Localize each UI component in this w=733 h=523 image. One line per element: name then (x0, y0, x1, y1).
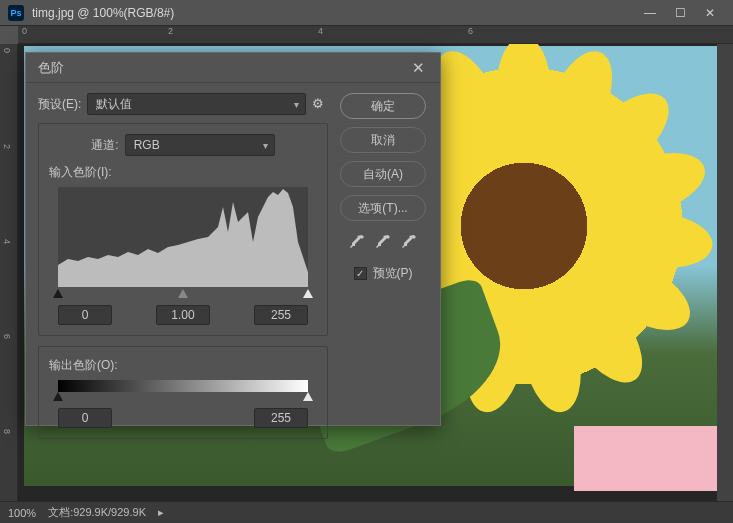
channel-label: 通道: (91, 137, 118, 154)
output-white-slider[interactable] (303, 392, 313, 401)
options-button[interactable]: 选项(T)... (340, 195, 426, 221)
zoom-level[interactable]: 100% (8, 507, 36, 519)
eyedropper-group (348, 233, 418, 251)
histogram (58, 187, 308, 287)
ok-button[interactable]: 确定 (340, 93, 426, 119)
preview-checkbox[interactable]: ✓ (354, 267, 367, 280)
auto-button[interactable]: 自动(A) (340, 161, 426, 187)
white-point-slider[interactable] (303, 289, 313, 298)
output-white-field[interactable]: 255 (254, 408, 308, 428)
preset-label: 预设(E): (38, 96, 81, 113)
mid-point-slider[interactable] (178, 289, 188, 298)
window-controls: — ☐ ✕ (635, 3, 725, 23)
minimize-button[interactable]: — (635, 3, 665, 23)
horizontal-ruler: 0 2 4 6 (18, 26, 733, 44)
svg-marker-0 (58, 189, 308, 287)
dialog-title: 色阶 (38, 59, 408, 77)
status-arrow-icon[interactable]: ▸ (158, 506, 164, 519)
document-title: timg.jpg @ 100%(RGB/8#) (32, 6, 635, 20)
vertical-ruler: 0 2 4 6 8 (0, 44, 18, 501)
input-black-field[interactable]: 0 (58, 305, 112, 325)
input-levels-label: 输入色阶(I): (49, 164, 317, 181)
output-levels-panel: 输出色阶(O): 0 255 (38, 346, 328, 439)
maximize-button[interactable]: ☐ (665, 3, 695, 23)
doc-size: 文档:929.9K/929.9K (48, 505, 146, 520)
input-slider[interactable] (58, 291, 308, 301)
preview-label: 预览(P) (373, 265, 413, 282)
input-levels-panel: 通道: RGB 输入色阶(I): 0 1.00 255 (38, 123, 328, 336)
gray-eyedropper-icon[interactable] (374, 233, 392, 251)
output-gradient (58, 380, 308, 392)
app-titlebar: Ps timg.jpg @ 100%(RGB/8#) — ☐ ✕ (0, 0, 733, 26)
channel-dropdown[interactable]: RGB (125, 134, 275, 156)
input-white-field[interactable]: 255 (254, 305, 308, 325)
preset-dropdown[interactable]: 默认值 (87, 93, 306, 115)
levels-dialog: 色阶 ✕ 预设(E): 默认值 ⚙ 通道: RGB 输入色阶(I): (25, 52, 441, 426)
preset-menu-icon[interactable]: ⚙ (312, 96, 328, 112)
output-slider[interactable] (58, 394, 308, 404)
black-point-slider[interactable] (53, 289, 63, 298)
ps-logo-icon: Ps (8, 5, 24, 21)
black-eyedropper-icon[interactable] (348, 233, 366, 251)
output-black-field[interactable]: 0 (58, 408, 112, 428)
watermark (574, 426, 724, 491)
input-mid-field[interactable]: 1.00 (156, 305, 210, 325)
output-levels-label: 输出色阶(O): (49, 357, 317, 374)
dialog-close-button[interactable]: ✕ (408, 58, 428, 78)
dialog-titlebar[interactable]: 色阶 ✕ (26, 53, 440, 83)
cancel-button[interactable]: 取消 (340, 127, 426, 153)
output-black-slider[interactable] (53, 392, 63, 401)
close-button[interactable]: ✕ (695, 3, 725, 23)
white-eyedropper-icon[interactable] (400, 233, 418, 251)
vertical-scrollbar[interactable] (717, 44, 733, 501)
status-bar: 100% 文档:929.9K/929.9K ▸ (0, 501, 733, 523)
